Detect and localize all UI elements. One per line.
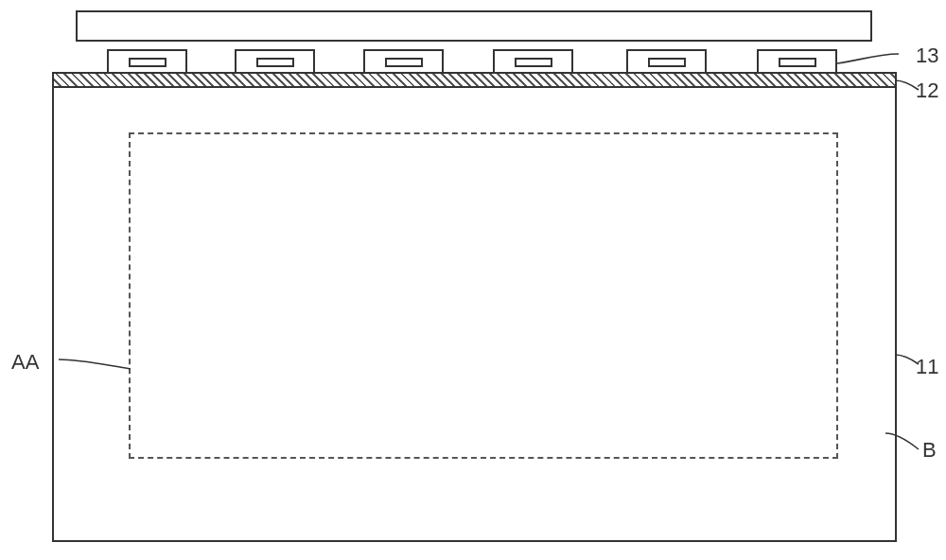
top-connector-bar — [76, 10, 872, 42]
chip-pad-icon — [256, 58, 294, 67]
chip-pad-icon — [515, 58, 552, 67]
chip-pad-icon — [385, 58, 423, 67]
leader-line-13 — [837, 52, 913, 71]
label-B: B — [922, 438, 937, 463]
chip-pad-icon — [648, 58, 686, 67]
label-11: 11 — [916, 355, 938, 379]
leader-line-AA — [59, 358, 134, 376]
hatched-bonding-strip — [52, 72, 897, 88]
active-area-outline — [129, 132, 838, 459]
technical-diagram: 13 12 11 B AA — [0, 0, 946, 560]
chip-pad-icon — [129, 58, 166, 67]
leader-line-B — [885, 430, 923, 454]
chip-pad-icon — [779, 58, 816, 67]
label-12: 12 — [916, 79, 938, 103]
label-AA: AA — [11, 350, 39, 375]
label-13: 13 — [916, 44, 938, 68]
